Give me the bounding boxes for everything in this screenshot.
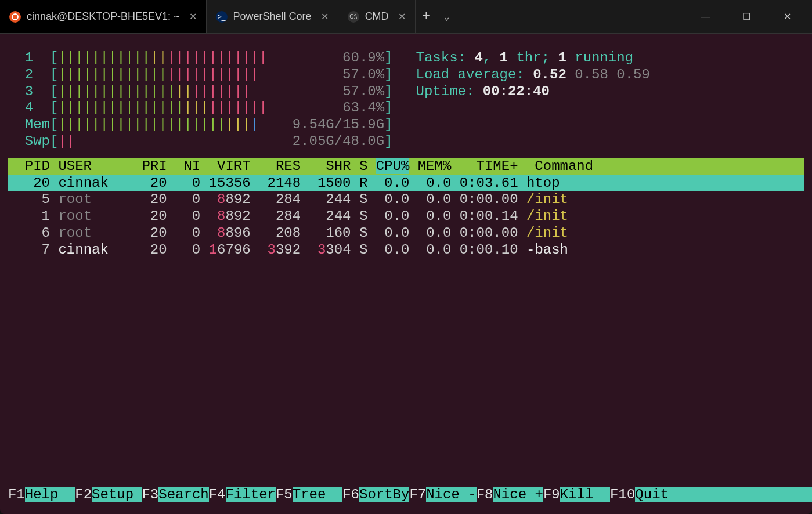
process-row[interactable]: 1 root 20 0 8892 284 244 S 0.0 0.0 0:00.… [8,208,804,225]
close-icon[interactable]: ✕ [398,11,406,22]
process-row[interactable]: 6 root 20 0 8896 208 160 S 0.0 0.0 0:00.… [8,225,804,242]
tab-label: PowerShell Core [233,10,312,23]
close-window-button[interactable]: ✕ [774,11,800,22]
titlebar: cinnak@DESKTOP-BHE5EV1: ~ ✕ >_ PowerShel… [0,0,812,34]
window-controls: — ☐ ✕ [692,11,812,22]
new-tab-button[interactable]: + [416,9,437,24]
process-row[interactable]: 20 cinnak 20 0 15356 2148 1500 R 0.0 0.0… [8,175,804,192]
close-icon[interactable]: ✕ [321,11,329,22]
powershell-icon: >_ [216,11,228,23]
tab-ubuntu[interactable]: cinnak@DESKTOP-BHE5EV1: ~ ✕ [0,0,207,33]
process-header[interactable]: PID USER PRI NI VIRT RES SHR S CPU% MEM%… [8,158,804,175]
process-row[interactable]: 5 root 20 0 8892 284 244 S 0.0 0.0 0:00.… [8,191,804,208]
tab-dropdown-icon[interactable]: ⌄ [437,11,457,23]
tab-cmd[interactable]: C:\ CMD ✕ [338,0,416,33]
terminal-area[interactable]: 1 [||||||||||||||||||||||||| 60.9%] 2 [|… [0,34,812,514]
minimize-button[interactable]: — [692,12,719,22]
cmd-icon: C:\ [348,11,359,23]
function-key-bar[interactable]: F1Help F2Setup F3SearchF4FilterF5Tree F6… [8,487,804,504]
maximize-button[interactable]: ☐ [733,11,760,22]
tab-label: cinnak@DESKTOP-BHE5EV1: ~ [27,10,180,23]
close-icon[interactable]: ✕ [189,11,197,22]
process-row[interactable]: 7 cinnak 20 0 16796 3392 3304 S 0.0 0.0 … [8,242,804,259]
process-list[interactable]: PID USER PRI NI VIRT RES SHR S CPU% MEM%… [8,158,804,259]
tab-label: CMD [365,10,389,23]
ubuntu-icon [9,11,21,23]
meters-panel: 1 [||||||||||||||||||||||||| 60.9%] 2 [|… [8,50,804,150]
tab-powershell[interactable]: >_ PowerShell Core ✕ [207,0,338,33]
